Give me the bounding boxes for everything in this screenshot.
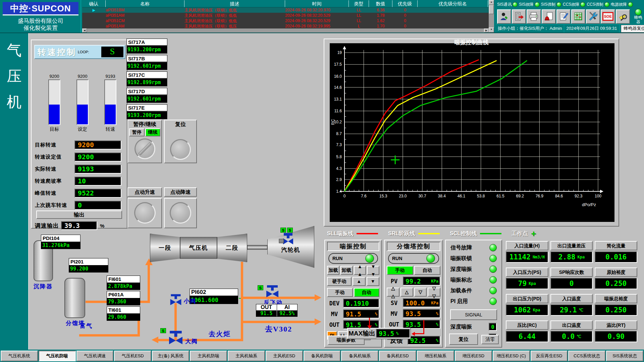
- user-icon[interactable]: [497, 9, 511, 24]
- big-valve-icon[interactable]: [167, 331, 184, 344]
- tab-气压机系统[interactable]: 气压机系统: [1, 351, 38, 361]
- tab-增压机轴系[interactable]: 增压机轴系: [417, 351, 454, 361]
- scroll-down-icon[interactable]: ▼: [489, 27, 494, 33]
- double-up-outline-button[interactable]: △△: [387, 288, 399, 297]
- alarm-column-header: 确认: [82, 0, 106, 7]
- search-icon[interactable]: [616, 9, 630, 24]
- pause-resume-knob[interactable]: [135, 138, 155, 159]
- tab-主(备) 风系统[interactable]: 主(备) 风系统: [152, 351, 189, 361]
- governor-output-label: 调速输出: [35, 222, 59, 230]
- tab-SIS系统状态[interactable]: SIS系统状态: [606, 351, 643, 361]
- jog-up-button[interactable]: 点动升速: [127, 187, 162, 197]
- tab-CCS系统状态[interactable]: CCS系统状态: [568, 351, 605, 361]
- tab-反应再生ESD[interactable]: 反应再生ESD: [531, 351, 568, 361]
- logo-area: 中控·SUPCON 盛马股份有限公司 催化裂化装置: [0, 0, 81, 33]
- hard-manual-button[interactable]: 硬手动: [327, 277, 352, 286]
- buzzer-indicator: 蜂鸣器: [633, 9, 644, 24]
- grid-icon[interactable]: [571, 9, 585, 24]
- status-lamp-icon: [604, 2, 609, 7]
- jog-down-knob[interactable]: [170, 202, 191, 224]
- scroll-up-icon[interactable]: ▲: [489, 0, 494, 5]
- scrollbar-thumb[interactable]: [489, 5, 494, 14]
- tab-气压机调速[interactable]: 气压机调速: [76, 351, 114, 361]
- status-item-lamp-icon: [489, 298, 497, 305]
- double-up-arrow-button[interactable]: ▲▲: [354, 266, 366, 275]
- double-down-arrow-button[interactable]: ▼▼: [367, 266, 379, 275]
- alarm-row[interactable]: aPI351AM主风机润滑油压（联锁）低压2024-09-26 08:32:19…: [82, 23, 489, 28]
- reset-button[interactable]: 复位: [449, 334, 478, 345]
- jog-down-button[interactable]: 点动降速: [164, 187, 197, 197]
- speed-field-value: 9200: [74, 153, 121, 162]
- metric-温比(RT): 温比(RT)0.90: [595, 320, 637, 347]
- tools-icon[interactable]: [586, 9, 600, 24]
- down-arrow-button[interactable]: ▼: [367, 277, 380, 286]
- reset-knob[interactable]: [170, 139, 191, 160]
- tab-备风机防喘[interactable]: 备风机防喘: [304, 351, 341, 361]
- alarm-cell: 0: [392, 7, 418, 13]
- frac-auto-button[interactable]: 自动: [414, 266, 441, 275]
- scroll-right-icon[interactable]: ▶: [484, 28, 489, 33]
- alarm-horizontal-scrollbar[interactable]: ◀ ▶: [82, 28, 489, 33]
- status-lamp-icon: [580, 2, 585, 7]
- up-arrow-button[interactable]: ▲: [353, 277, 366, 286]
- exit-icon[interactable]: [512, 9, 526, 24]
- anti-surge-valve-icon[interactable]: [265, 285, 280, 297]
- up-outline-button[interactable]: △: [400, 288, 413, 297]
- alarm-table-rows: ▶aPI351BM主风机润滑油压（联锁）低低2024-09-26 08:32:2…: [82, 7, 489, 28]
- load-button[interactable]: 加载: [327, 266, 339, 275]
- jog-up-knob[interactable]: [134, 202, 156, 224]
- tab-主风机轴系[interactable]: 主风机轴系: [228, 351, 265, 361]
- tab-增压机ESD (C)[interactable]: 增压机ESD (C): [493, 351, 530, 361]
- metric-value: 0.016: [595, 251, 637, 263]
- alarm-vertical-scrollbar[interactable]: ▲ ▼: [489, 0, 494, 33]
- turbine-valve-icon: [278, 233, 294, 244]
- log-edit-icon[interactable]: [556, 9, 571, 24]
- tab-气压机ESD[interactable]: 气压机ESD: [114, 351, 151, 361]
- signal-button[interactable]: SIGNAL: [450, 309, 497, 320]
- instrument-PI602: PI602 1061.600: [190, 289, 238, 304]
- small-valve-icon[interactable]: [169, 294, 182, 305]
- tab-备风机ESD[interactable]: 备风机ESD: [379, 351, 416, 361]
- surge-status-panel: 信号故障喘振联锁深度喘振喘振标志加载条件PI 启用 SIGNAL 深度喘振 0 …: [445, 240, 502, 348]
- metric-压比(RC): 压比(RC)6.44: [506, 320, 548, 347]
- tab-主风机防喘[interactable]: 主风机防喘: [190, 351, 227, 361]
- status-item-lamp-icon: [489, 265, 497, 273]
- status-item-加载条件: 加载条件: [446, 285, 501, 296]
- tab-增压机ESD[interactable]: 增压机ESD: [455, 351, 492, 361]
- alarm-column-header: 类型: [349, 0, 369, 7]
- soe-icon[interactable]: SOE: [601, 9, 615, 24]
- down-outline-button[interactable]: ▽: [414, 288, 427, 297]
- pause-button[interactable]: 暂停: [129, 128, 145, 136]
- output-button[interactable]: 输出: [36, 210, 122, 219]
- compressor-stage1: 一段: [150, 234, 180, 262]
- svg-text:5.8: 5.8: [336, 155, 342, 159]
- alarm-row[interactable]: ▶aPI351BM主风机润滑油压（联锁）低低2024-09-26 08:32:2…: [82, 7, 489, 13]
- legend-label: SCL控制线: [450, 230, 477, 237]
- arrow-left-icon: [152, 337, 158, 343]
- printer-icon[interactable]: [527, 9, 541, 24]
- tab-主风机ESD[interactable]: 主风机ESD: [266, 351, 303, 361]
- mv-value: 91.5%: [343, 309, 379, 318]
- scroll-left-icon[interactable]: ◀: [82, 28, 87, 33]
- resume-button[interactable]: 继续: [145, 128, 161, 136]
- buzzer-reset-button[interactable]: 蜂鸣器复位: [621, 25, 644, 33]
- unload-button[interactable]: 卸载: [340, 266, 353, 275]
- surge-manual-button[interactable]: 手动: [327, 288, 353, 297]
- clear-button[interactable]: 清零: [481, 335, 499, 344]
- speed-field-value: 0: [74, 201, 121, 210]
- small-valve-label: 小阀: [184, 297, 197, 305]
- alarm-row[interactable]: aPI351AM主风机润滑油压（联锁）低低2024-09-26 08:32:20…: [82, 13, 489, 18]
- instrument-P601A: P601A 79.360: [107, 291, 140, 305]
- frac-manual-button[interactable]: 手动: [387, 266, 413, 275]
- alarm-cell: aPI351AM: [106, 23, 184, 28]
- svg-text:61.5: 61.5: [496, 194, 504, 198]
- tab-气压机防喘[interactable]: 气压机防喘: [39, 351, 76, 361]
- alarm-row[interactable]: aPI351CM主风机润滑油压（联锁）低低2024-09-26 08:32:20…: [82, 18, 489, 23]
- alarm-banner: 确认名称描述时间类型数值优先级优先级分组名 ▶aPI351BM主风机润滑油压（联…: [82, 0, 489, 33]
- surge-auto-button[interactable]: 自动: [354, 288, 380, 297]
- double-down-outline-button[interactable]: ▽▽: [428, 288, 440, 297]
- status-item-label: 信号故障: [450, 244, 472, 251]
- gauge-label: 设定: [72, 126, 93, 132]
- alarm-record-icon[interactable]: [542, 9, 556, 24]
- tab-备风机轴系[interactable]: 备风机轴系: [341, 351, 378, 361]
